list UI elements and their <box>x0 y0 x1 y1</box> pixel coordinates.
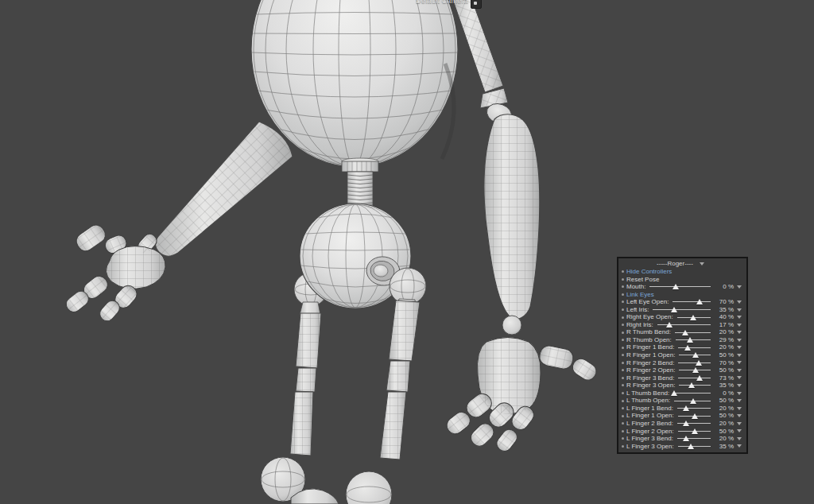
hud-row-l-finger-1-open[interactable]: L Finger 1 Open:50 % <box>620 412 744 420</box>
slider-thumb[interactable] <box>688 382 695 388</box>
slider-thumb[interactable] <box>666 322 673 328</box>
hud-row-reset-pose[interactable]: Reset Pose <box>620 276 744 284</box>
chevron-down-icon[interactable] <box>734 331 744 334</box>
chevron-down-icon[interactable] <box>734 444 744 448</box>
slider-value[interactable]: 35 % <box>714 443 734 451</box>
slider-track[interactable] <box>679 366 711 374</box>
slider-thumb[interactable] <box>682 330 688 335</box>
robot-right-hand[interactable] <box>444 338 599 455</box>
slider-thumb[interactable] <box>696 360 702 366</box>
slider-value[interactable]: 20 % <box>714 328 734 336</box>
slider-track[interactable] <box>677 405 711 412</box>
slider-track[interactable] <box>657 321 711 328</box>
slider-value[interactable]: 35 % <box>714 306 734 314</box>
slider-track[interactable] <box>678 374 711 382</box>
hud-slider-label[interactable]: R Finger 1 Bend: <box>626 343 674 351</box>
hud-slider-label[interactable]: Mouth: <box>626 283 645 291</box>
hud-slider-label[interactable]: R Finger 3 Open: <box>626 382 675 390</box>
hud-slider-label[interactable]: Left Eye Open: <box>626 298 669 306</box>
slider-value[interactable]: 70 % <box>714 298 734 306</box>
chevron-down-icon[interactable] <box>697 262 707 266</box>
slider-thumb[interactable] <box>692 367 699 373</box>
slider-thumb[interactable] <box>692 428 698 434</box>
chevron-down-icon[interactable] <box>734 376 744 379</box>
slider-track[interactable] <box>677 435 711 442</box>
hud-slider-label[interactable]: L Thumb Open: <box>626 397 670 405</box>
chevron-down-icon[interactable] <box>734 300 744 304</box>
slider-thumb[interactable] <box>696 299 703 304</box>
chevron-down-icon[interactable] <box>734 437 744 440</box>
hud-row-link-eyes[interactable]: Link Eyes <box>620 291 744 299</box>
slider-thumb[interactable] <box>684 345 691 351</box>
slider-track[interactable] <box>678 359 711 366</box>
slider-track[interactable] <box>677 314 711 321</box>
slider-value[interactable]: 50 % <box>714 351 734 359</box>
hud-slider-label[interactable]: L Finger 3 Bend: <box>626 435 673 443</box>
slider-thumb[interactable] <box>683 405 689 411</box>
slider-value[interactable]: 50 % <box>714 428 734 436</box>
chevron-down-icon[interactable] <box>734 384 744 387</box>
slider-value[interactable]: 35 % <box>714 382 734 390</box>
slider-track[interactable] <box>677 420 711 427</box>
hud-slider-label[interactable]: Right Iris: <box>626 321 653 329</box>
slider-value[interactable]: 17 % <box>714 321 734 329</box>
slider-track[interactable] <box>675 329 711 336</box>
hud-slider-label[interactable]: R Finger 3 Bend: <box>626 374 674 382</box>
slider-track[interactable] <box>678 344 711 351</box>
hud-slider-label[interactable]: R Finger 2 Open: <box>626 366 675 374</box>
slider-track[interactable] <box>678 413 711 420</box>
slider-thumb[interactable] <box>673 284 679 289</box>
slider-value[interactable]: 50 % <box>714 397 734 405</box>
hud-row-r-finger-1-bend[interactable]: R Finger 1 Bend:20 % <box>620 343 744 351</box>
slider-value[interactable]: 73 % <box>714 374 734 382</box>
hud-slider-label[interactable]: R Thumb Open: <box>626 336 672 344</box>
slider-thumb[interactable] <box>671 390 677 396</box>
slider-track[interactable] <box>653 306 711 313</box>
slider-thumb[interactable] <box>690 315 696 320</box>
hud-slider-label[interactable]: Left Iris: <box>626 306 649 314</box>
slider-value[interactable]: 29 % <box>714 336 734 344</box>
robot-left-leg[interactable] <box>261 313 339 504</box>
hud-row-l-thumb-open[interactable]: L Thumb Open:50 % <box>620 397 744 405</box>
hud-slider-label[interactable]: L Finger 2 Open: <box>626 428 674 436</box>
hud-slider-label[interactable]: L Finger 1 Bend: <box>626 405 673 413</box>
hud-row-hide-controllers[interactable]: Hide Controllers <box>620 268 744 276</box>
hud-row-r-thumb-bend[interactable]: R Thumb Bend:20 % <box>620 328 744 336</box>
chevron-down-icon[interactable] <box>734 324 744 327</box>
slider-thumb[interactable] <box>692 413 698 419</box>
hud-row-l-thumb-bend[interactable]: L Thumb Bend:0 % <box>620 390 744 397</box>
slider-value[interactable]: 20 % <box>714 435 734 443</box>
slider-thumb[interactable] <box>671 307 677 312</box>
slider-track[interactable] <box>679 351 711 359</box>
chevron-down-icon[interactable] <box>734 346 744 349</box>
slider-thumb[interactable] <box>692 352 699 358</box>
chevron-down-icon[interactable] <box>734 316 744 319</box>
slider-track[interactable] <box>673 390 711 397</box>
slider-thumb[interactable] <box>687 337 693 343</box>
hud-row-l-finger-2-bend[interactable]: L Finger 2 Bend:20 % <box>620 420 744 428</box>
camera-icon[interactable] <box>471 0 482 9</box>
hud-slider-label[interactable]: L Thumb Bend: <box>626 390 669 397</box>
slider-value[interactable]: 40 % <box>714 313 734 321</box>
chevron-down-icon[interactable] <box>734 369 744 372</box>
slider-track[interactable] <box>678 428 711 435</box>
hud-slider-label[interactable]: Right Eye Open: <box>626 313 673 321</box>
chevron-down-icon[interactable] <box>734 429 744 432</box>
hud-row-r-finger-2-bend[interactable]: R Finger 2 Bend:70 % <box>620 359 744 367</box>
slider-track[interactable] <box>679 382 711 389</box>
hud-row-r-finger-3-open[interactable]: R Finger 3 Open:35 % <box>620 382 744 390</box>
slider-value[interactable]: 50 % <box>714 412 734 420</box>
hud-slider-label[interactable]: L Finger 2 Bend: <box>626 420 673 428</box>
chevron-down-icon[interactable] <box>734 399 744 402</box>
hud-row-r-finger-1-open[interactable]: R Finger 1 Open:50 % <box>620 351 744 359</box>
slider-track[interactable] <box>674 397 711 405</box>
chevron-down-icon[interactable] <box>734 339 744 342</box>
robot-left-arm[interactable] <box>155 122 293 256</box>
slider-value[interactable]: 50 % <box>714 366 734 374</box>
slider-value[interactable]: 20 % <box>714 420 734 428</box>
slider-thumb[interactable] <box>683 436 689 441</box>
hud-slider-label[interactable]: R Finger 2 Bend: <box>626 359 674 367</box>
slider-value[interactable]: 20 % <box>714 343 734 351</box>
hud-slider-label[interactable]: L Finger 1 Open: <box>626 412 674 420</box>
hud-slider-label[interactable]: R Finger 1 Open: <box>626 351 675 359</box>
